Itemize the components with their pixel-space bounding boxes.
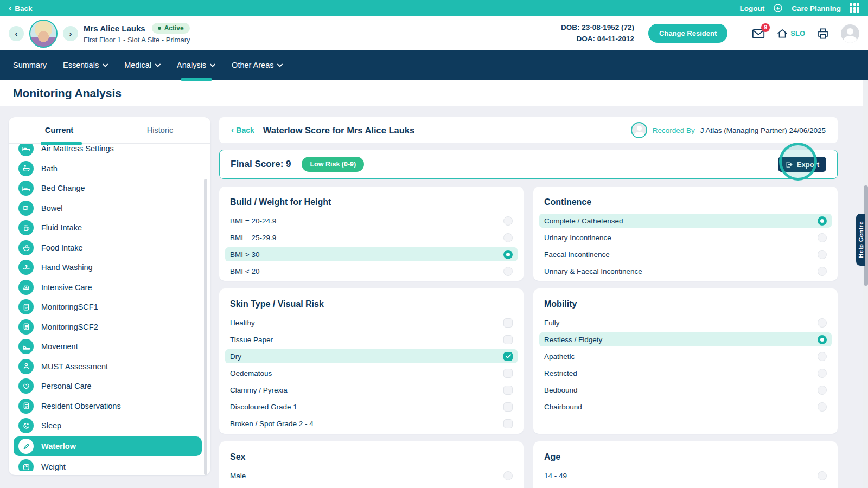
- option-row-selected[interactable]: BMI > 30: [225, 247, 518, 261]
- sidebar-item-food-intake[interactable]: Food Intake: [14, 239, 202, 256]
- sidebar-item-weight[interactable]: Weight: [14, 458, 202, 471]
- radio-icon[interactable]: [503, 233, 513, 242]
- scale-icon: [18, 459, 34, 471]
- option-row[interactable]: Male: [225, 468, 518, 483]
- option-row[interactable]: Healthy: [225, 316, 518, 330]
- radio-selected-icon[interactable]: [503, 250, 513, 259]
- prev-resident-button[interactable]: ‹: [9, 26, 24, 41]
- top-bar: ‹ Back Logout Care Planning: [0, 0, 868, 16]
- doa-text: DOA: 04-11-2012: [561, 34, 634, 45]
- pencil-icon: [18, 439, 34, 454]
- sidebar-item-hand-washing[interactable]: Hand Washing: [14, 259, 202, 277]
- checkbox-icon[interactable]: [503, 402, 513, 412]
- option-row-selected[interactable]: Restless / Fidgety: [539, 332, 832, 346]
- moon-icon: [18, 418, 34, 433]
- top-back-button[interactable]: ‹ Back: [9, 4, 33, 12]
- tab-current[interactable]: Current: [9, 117, 110, 143]
- radio-icon[interactable]: [818, 352, 827, 361]
- next-resident-button[interactable]: ›: [63, 26, 78, 41]
- messages-button[interactable]: 9: [752, 28, 765, 40]
- checkbox-icon[interactable]: [503, 386, 513, 395]
- sidebar-item-waterlow[interactable]: Waterlow: [14, 436, 202, 456]
- print-button[interactable]: [817, 28, 829, 40]
- option-row[interactable]: BMI = 20-24.9: [225, 214, 518, 228]
- checkbox-icon[interactable]: [503, 318, 513, 328]
- tab-medical[interactable]: Medical: [124, 50, 161, 80]
- checkbox-icon[interactable]: [503, 335, 513, 344]
- option-row-selected[interactable]: Complete / Catheterised: [539, 214, 832, 228]
- sidebar-item-must-assessment[interactable]: MUST Assessment: [14, 357, 202, 375]
- tab-analysis[interactable]: Analysis: [177, 50, 215, 80]
- checkbox-checked-icon[interactable]: [503, 352, 513, 361]
- option-row[interactable]: Bedbound: [539, 383, 832, 397]
- recorded-by: Recorded By J Atlas (Managing Partner) 2…: [631, 122, 826, 138]
- sidebar-item-intensive-care[interactable]: Intensive Care: [14, 278, 202, 296]
- option-row[interactable]: BMI = 25-29.9: [225, 230, 518, 245]
- export-button[interactable]: Export: [778, 157, 826, 172]
- radio-icon[interactable]: [818, 318, 827, 328]
- radio-icon[interactable]: [503, 471, 513, 480]
- header-divider: [742, 22, 742, 45]
- sidebar-item-monitoringscf2[interactable]: MonitoringSCF2: [14, 318, 202, 336]
- home-button[interactable]: SLO: [777, 28, 805, 39]
- radio-icon[interactable]: [818, 250, 827, 259]
- checkbox-icon[interactable]: [503, 419, 513, 428]
- radio-icon[interactable]: [503, 216, 513, 226]
- checkbox-icon[interactable]: [503, 369, 513, 378]
- sidebar-item-movement[interactable]: Movement: [14, 338, 202, 356]
- radio-icon[interactable]: [818, 267, 827, 276]
- dob-text: DOB: 23-08-1952 (72): [561, 22, 634, 34]
- radio-selected-icon[interactable]: [818, 216, 827, 226]
- main-nav: Summary Essentials Medical Analysis Othe…: [0, 50, 868, 80]
- option-row[interactable]: Urinary & Faecal Incontinence: [539, 264, 832, 278]
- sidebar-item-bowel[interactable]: Bowel: [14, 199, 202, 217]
- section-title: Build / Weight for Height: [230, 197, 513, 207]
- page-title: Monitoring Analysis: [13, 87, 122, 100]
- option-row[interactable]: Faecal Incontinence: [539, 247, 832, 261]
- option-row[interactable]: BMI < 20: [225, 264, 518, 278]
- sidebar-item-bath[interactable]: Bath: [14, 159, 202, 177]
- option-row[interactable]: Oedematous: [225, 366, 518, 380]
- option-row[interactable]: Apathetic: [539, 349, 832, 363]
- apps-grid-icon[interactable]: [850, 3, 859, 13]
- tab-essentials[interactable]: Essentials: [63, 50, 108, 80]
- option-row[interactable]: Restricted: [539, 366, 832, 380]
- waterlow-back-button[interactable]: ‹ Back: [231, 126, 254, 134]
- sidebar-item-fluid-intake[interactable]: Fluid Intake: [14, 219, 202, 237]
- page-scrollbar-track[interactable]: [863, 80, 868, 488]
- option-row-selected[interactable]: Dry: [225, 349, 518, 363]
- radio-icon[interactable]: [818, 402, 827, 412]
- chevron-left-icon: ‹: [231, 126, 234, 134]
- tab-historic[interactable]: Historic: [110, 117, 210, 143]
- sidebar-item-bed-change[interactable]: Bed Change: [14, 179, 202, 197]
- person-icon: [18, 359, 34, 374]
- sidebar-item-resident-observations[interactable]: Resident Observations: [14, 397, 202, 415]
- option-row[interactable]: Tissue Paper: [225, 332, 518, 346]
- sidebar-scrollbar[interactable]: [204, 179, 207, 475]
- tab-other-areas[interactable]: Other Areas: [232, 50, 283, 80]
- option-row[interactable]: Discoloured Grade 1: [225, 400, 518, 414]
- change-resident-button[interactable]: Change Resident: [648, 24, 727, 43]
- logout-icon[interactable]: [773, 3, 783, 13]
- section-title: Age: [544, 452, 827, 462]
- radio-icon[interactable]: [818, 233, 827, 242]
- tab-summary[interactable]: Summary: [13, 50, 47, 80]
- radio-icon[interactable]: [503, 267, 513, 276]
- option-row[interactable]: Fully: [539, 316, 832, 330]
- option-row[interactable]: Urinary Incontinence: [539, 230, 832, 245]
- option-row[interactable]: Chairbound: [539, 400, 832, 414]
- radio-icon[interactable]: [818, 386, 827, 395]
- sidebar-item-monitoringscf1[interactable]: MonitoringSCF1: [14, 298, 202, 316]
- option-row[interactable]: 14 - 49: [539, 468, 832, 483]
- user-avatar[interactable]: [841, 24, 859, 43]
- sidebar-item-personal-care[interactable]: Personal Care: [14, 377, 202, 395]
- radio-icon[interactable]: [818, 369, 827, 378]
- help-centre-tab[interactable]: Help Centre: [856, 214, 865, 266]
- option-row[interactable]: Broken / Spot Grade 2 - 4: [225, 416, 518, 431]
- radio-icon[interactable]: [818, 471, 827, 480]
- logout-button[interactable]: Logout: [739, 4, 764, 12]
- sidebar-item-sleep[interactable]: Sleep: [14, 417, 202, 435]
- radio-selected-icon[interactable]: [818, 335, 827, 344]
- sidebar-item-air-mattress-settings[interactable]: Air Mattress Settings: [14, 144, 202, 158]
- option-row[interactable]: Clammy / Pyrexia: [225, 383, 518, 397]
